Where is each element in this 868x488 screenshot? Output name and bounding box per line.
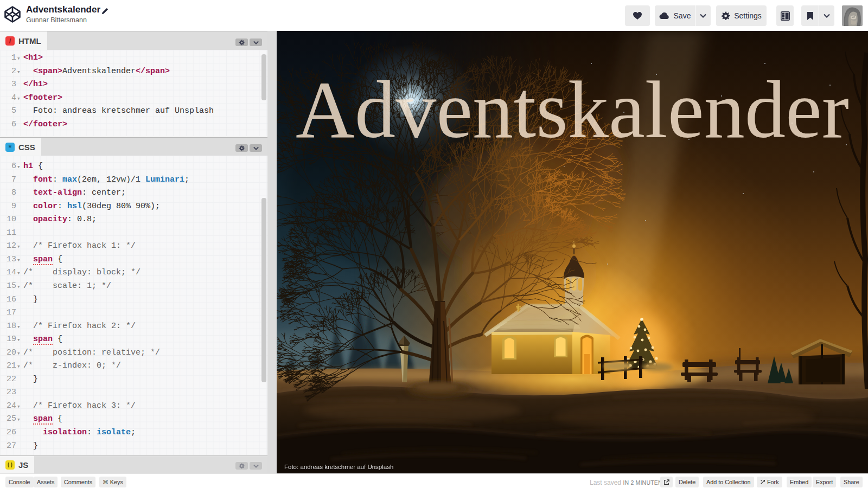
svg-text:Foto: andreas kretschmer auf U: Foto: andreas kretschmer auf Unsplash (284, 464, 393, 470)
svg-text:Adventskalender: Adventskalender (296, 65, 849, 155)
